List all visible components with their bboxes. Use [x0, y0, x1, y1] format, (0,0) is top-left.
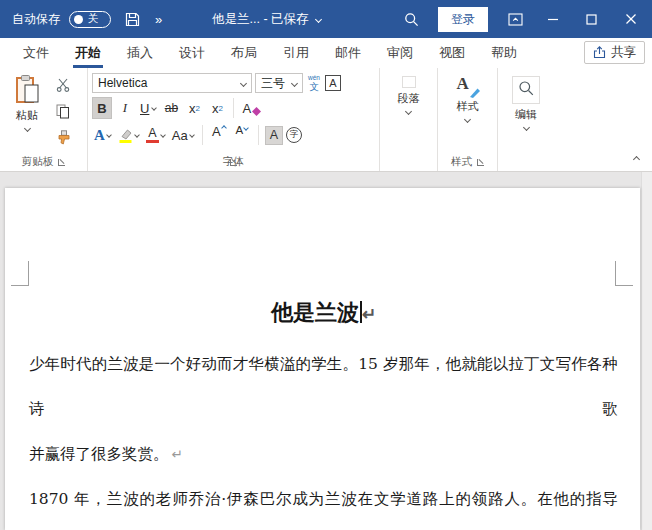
search-icon[interactable] [392, 0, 430, 38]
bold-button[interactable]: B [92, 97, 112, 119]
phonetic-char: 文 [309, 82, 319, 92]
font-group-footer: 字体 [92, 153, 375, 171]
cut-button[interactable] [52, 75, 74, 95]
editing-button[interactable]: 编辑 [503, 71, 549, 153]
autosave-toggle[interactable]: 关 [69, 11, 111, 28]
tab-file[interactable]: 文件 [10, 38, 62, 68]
paragraph-mark: ↵ [172, 447, 183, 462]
font-color-bar [146, 140, 159, 143]
underline-button[interactable]: U [138, 97, 158, 119]
titlebar: 自动保存 关 » 他是兰... - 已保存 [0, 0, 652, 38]
styles-chevron-down-icon [464, 116, 471, 123]
font-group: Helvetica 三号 wén 文 A B I U [88, 68, 380, 171]
document-content[interactable]: 他是兰波↵ 少年时代的兰波是一个好动而才华横溢的学生。15 岁那年，他就能以拉丁… [29, 298, 618, 530]
clipboard-group-footer: 剪贴板 [4, 153, 83, 171]
quick-access-overflow-button[interactable]: » [153, 12, 163, 27]
collapse-ribbon-icon[interactable] [633, 156, 640, 163]
grow-font-glyph: A [212, 124, 221, 139]
ribbon-tabs: 文件 开始 插入 设计 布局 引用 邮件 审阅 视图 帮助 [0, 38, 530, 68]
character-border-button[interactable]: A [325, 75, 341, 91]
shrink-arrow-icon [243, 125, 249, 131]
document-title-text: 他是兰... - 已保存 [212, 11, 309, 28]
clipboard-icon [14, 74, 41, 105]
font-color-button[interactable]: A [144, 124, 167, 146]
copy-icon [56, 104, 70, 119]
editing-label: 编辑 [515, 107, 537, 122]
font-name-value: Helvetica [98, 76, 147, 90]
styles-dialog-launcher-icon[interactable] [477, 159, 484, 166]
share-button[interactable]: 共享 [584, 41, 645, 64]
character-border-glyph: A [329, 77, 336, 89]
phonetic-guide-button[interactable]: wén 文 [306, 75, 322, 91]
character-shading-button[interactable]: A [265, 126, 283, 145]
subscript-button[interactable]: x2 [184, 97, 204, 119]
font-dialog-launcher-icon[interactable] [230, 159, 237, 166]
character-shading-glyph: A [270, 128, 278, 142]
autosave-label: 自动保存 [12, 11, 60, 28]
tab-view[interactable]: 视图 [426, 38, 478, 68]
copy-button[interactable] [52, 101, 74, 121]
tab-design[interactable]: 设计 [166, 38, 218, 68]
shrink-font-glyph: A [235, 124, 243, 136]
grow-font-button[interactable]: A [209, 124, 229, 146]
share-label: 共享 [611, 44, 636, 61]
font-name-combobox[interactable]: Helvetica [92, 73, 252, 93]
paste-button[interactable]: 粘贴 [4, 71, 50, 153]
clear-formatting-glyph: A [242, 101, 251, 116]
ribbon-display-options-icon[interactable] [496, 0, 534, 38]
toggle-knob-icon [74, 15, 83, 24]
body-line: 并赢得了很多奖赏。↵ [29, 432, 618, 477]
body-line: 1870 年，兰波的老师乔治·伊森巴尔成为兰波在文学道路上的领路人。在他的指导下… [29, 477, 618, 530]
close-button[interactable] [610, 0, 652, 38]
font-size-combobox[interactable]: 三号 [255, 73, 303, 93]
change-case-glyph: Aa [172, 128, 188, 143]
page[interactable]: 他是兰波↵ 少年时代的兰波是一个好动而才华横溢的学生。15 岁那年，他就能以拉丁… [5, 188, 640, 530]
autosave-state: 关 [88, 12, 99, 26]
styles-button[interactable]: A 样式 [445, 71, 491, 153]
tab-help[interactable]: 帮助 [478, 38, 530, 68]
superscript-digit: 2 [218, 104, 222, 113]
font-size-value: 三号 [261, 75, 285, 92]
tab-home[interactable]: 开始 [62, 38, 114, 68]
styles-group-label: 样式 [451, 155, 472, 169]
document-area: 他是兰波↵ 少年时代的兰波是一个好动而才华横溢的学生。15 岁那年，他就能以拉丁… [0, 172, 652, 530]
tab-mailings[interactable]: 邮件 [322, 38, 374, 68]
format-painter-button[interactable] [52, 127, 74, 147]
strikethrough-glyph: ab [165, 101, 178, 115]
maximize-button[interactable] [572, 0, 610, 38]
paragraph-button[interactable]: 段落 [386, 71, 432, 153]
text-effects-button[interactable]: A [92, 124, 113, 146]
change-case-button[interactable]: Aa [170, 124, 196, 146]
shrink-font-button[interactable]: A [232, 124, 252, 146]
minimize-button[interactable] [534, 0, 572, 38]
paragraph-chevron-down-icon [405, 108, 412, 115]
clipboard-group: 粘贴 [0, 68, 88, 171]
tab-references[interactable]: 引用 [270, 38, 322, 68]
document-title[interactable]: 他是兰... - 已保存 [212, 0, 321, 38]
login-button[interactable]: 登录 [438, 7, 488, 32]
clipboard-dialog-launcher-icon[interactable] [58, 159, 65, 166]
scissors-icon [56, 78, 70, 92]
text-effects-glyph: A [94, 127, 105, 144]
body-line: 少年时代的兰波是一个好动而才华横溢的学生。15 岁那年，他就能以拉丁文写作各种诗… [29, 342, 618, 432]
body-text: 少年时代的兰波是一个好动而才华横溢的学生。15 岁那年，他就能以拉丁文写作各种诗… [29, 355, 618, 418]
grow-arrow-icon [221, 125, 227, 131]
word-window: 自动保存 关 » 他是兰... - 已保存 [0, 0, 652, 530]
paragraph-group: 段落 [380, 68, 438, 171]
highlight-color-button[interactable] [116, 124, 141, 146]
subscript-digit: 2 [195, 104, 199, 113]
italic-button[interactable]: I [115, 97, 135, 119]
bold-glyph: B [97, 101, 106, 116]
magnifier-icon [518, 80, 534, 96]
superscript-button[interactable]: x2 [207, 97, 227, 119]
tab-review[interactable]: 审阅 [374, 38, 426, 68]
tab-layout[interactable]: 布局 [218, 38, 270, 68]
clear-formatting-button[interactable]: A [240, 97, 263, 119]
editing-chevron-down-icon [522, 124, 529, 131]
enclose-characters-button[interactable]: 字 [286, 127, 302, 143]
body-text: 1870 年，兰波的老师乔治·伊森巴尔成为兰波在文学道路上的领路人。在他的指导下… [29, 490, 618, 530]
save-icon[interactable] [120, 5, 144, 33]
strikethrough-button[interactable]: ab [161, 97, 181, 119]
scrollbar[interactable] [641, 172, 652, 530]
tab-insert[interactable]: 插入 [114, 38, 166, 68]
